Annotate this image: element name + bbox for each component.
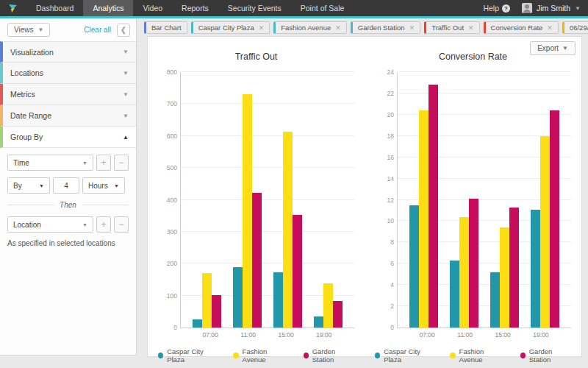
- sidebar-section-date-range[interactable]: Date Range▼: [0, 105, 136, 127]
- charts-card: Export ▼ Traffic Out01002003004005006007…: [147, 36, 582, 357]
- legend-item-garden-station[interactable]: Garden Station: [520, 347, 571, 364]
- bar-caspar-city-plaza[interactable]: [314, 316, 323, 328]
- chip-close-icon[interactable]: ✕: [335, 24, 341, 32]
- chart-legend: Caspar City PlazaFashion AvenueGarden St…: [158, 347, 354, 364]
- chevron-up-icon: ▲: [123, 134, 129, 141]
- legend-label: Garden Station: [529, 347, 571, 364]
- interval-input[interactable]: [53, 177, 79, 194]
- views-label: Views: [14, 26, 34, 34]
- sidebar-section-metrics[interactable]: Metrics▼: [0, 84, 136, 105]
- views-dropdown[interactable]: Views ▼: [7, 23, 50, 37]
- add-group-button[interactable]: +: [96, 155, 111, 171]
- bar-groups: [181, 72, 354, 328]
- bar-garden-station[interactable]: [333, 301, 343, 328]
- x-axis-tick: 15:00: [495, 331, 510, 339]
- charts-container: Traffic Out010020030040050060070080007:0…: [148, 37, 581, 356]
- export-label: Export: [537, 44, 559, 52]
- filter-chip-conversion-rate[interactable]: Conversion Rate✕: [484, 21, 559, 34]
- legend-item-caspar-city-plaza[interactable]: Caspar City Plaza: [158, 347, 217, 364]
- chip-close-icon[interactable]: ✕: [468, 24, 474, 32]
- bar-caspar-city-plaza[interactable]: [531, 210, 540, 328]
- bar-caspar-city-plaza[interactable]: [409, 205, 419, 328]
- user-menu[interactable]: Jim Smith ▼: [522, 3, 581, 13]
- filter-chips-row: Bar ChartCaspar City Plaza✕Fashion Avenu…: [144, 21, 585, 35]
- add-group-button[interactable]: +: [96, 216, 111, 233]
- nav-item-analytics[interactable]: Analytics: [83, 0, 133, 16]
- chip-close-icon[interactable]: ✕: [409, 24, 415, 32]
- bar-fashion-avenue[interactable]: [419, 110, 429, 328]
- remove-group-button[interactable]: −: [114, 155, 129, 171]
- x-axis-tick: 07:00: [420, 331, 435, 339]
- chevron-down-icon: ▼: [114, 183, 119, 188]
- by-select[interactable]: By ▼: [7, 177, 50, 194]
- bar-garden-station[interactable]: [509, 208, 519, 328]
- unit-select[interactable]: Hours ▼: [82, 177, 125, 194]
- clear-all-link[interactable]: Clear all: [84, 26, 111, 34]
- y-axis-tick: 700: [167, 100, 177, 107]
- filter-chip-bar-chart[interactable]: Bar Chart: [144, 21, 187, 34]
- y-axis-tick: 2: [390, 302, 394, 310]
- bar-garden-station[interactable]: [293, 215, 302, 328]
- chip-close-icon[interactable]: ✕: [547, 24, 553, 32]
- bar-garden-station[interactable]: [212, 295, 221, 328]
- sidebar-section-visualization[interactable]: Visualization▼: [0, 41, 136, 63]
- bar-fashion-avenue[interactable]: [243, 94, 252, 328]
- chevron-down-icon: ▼: [123, 70, 129, 77]
- chip-close-icon[interactable]: ✕: [259, 24, 265, 32]
- nav-item-security-events[interactable]: Security Events: [218, 0, 291, 16]
- y-axis-tick: 0: [390, 324, 394, 331]
- bar-fashion-avenue[interactable]: [202, 273, 212, 328]
- bar-fashion-avenue[interactable]: [540, 136, 550, 328]
- legend-item-garden-station[interactable]: Garden Station: [304, 347, 354, 364]
- filter-chip-caspar-city-plaza[interactable]: Caspar City Plaza✕: [191, 21, 270, 34]
- filter-chip-garden-station[interactable]: Garden Station✕: [351, 21, 420, 34]
- legend-label: Fashion Avenue: [243, 347, 287, 364]
- bar-caspar-city-plaza[interactable]: [193, 319, 202, 328]
- bar-fashion-avenue[interactable]: [283, 132, 293, 328]
- nav-items: DashboardAnalyticsVideoReportsSecurity E…: [26, 0, 354, 16]
- y-axis-tick: 16: [387, 154, 394, 161]
- y-axis-tick: 500: [167, 164, 177, 171]
- x-axis-labels: 07:0011:0015:0019:00: [397, 331, 571, 339]
- filter-chip-traffic-out[interactable]: Traffic Out✕: [424, 21, 479, 34]
- help-button[interactable]: Help ?: [483, 4, 510, 13]
- legend-item-fashion-avenue[interactable]: Fashion Avenue: [450, 347, 503, 364]
- bar-garden-station[interactable]: [469, 199, 478, 328]
- group-by-second-select[interactable]: Location ▼: [7, 216, 93, 233]
- group-by-panel: Time ▼ + − By ▼ Hours ▼ Then Location ▼: [0, 148, 136, 254]
- bar-group-19-00: [314, 72, 343, 328]
- bar-fashion-avenue[interactable]: [323, 283, 333, 328]
- chevron-down-icon: ▼: [38, 26, 44, 33]
- legend-dot-icon: [520, 353, 526, 358]
- bar-caspar-city-plaza[interactable]: [233, 267, 243, 328]
- export-button[interactable]: Export ▼: [530, 41, 576, 55]
- legend-dot-icon: [450, 353, 455, 358]
- legend-item-caspar-city-plaza[interactable]: Caspar City Plaza: [375, 347, 434, 364]
- legend-item-fashion-avenue[interactable]: Fashion Avenue: [233, 347, 287, 364]
- legend-label: Caspar City Plaza: [384, 347, 434, 364]
- bar-caspar-city-plaza[interactable]: [490, 272, 500, 328]
- filter-chip-06-29-2021-07-01-2021[interactable]: 06/29/2021 - 07/01/2021: [562, 21, 588, 34]
- group-by-first-select[interactable]: Time ▼: [7, 155, 93, 171]
- nav-item-point-of-sale[interactable]: Point of Sale: [291, 0, 354, 16]
- bar-fashion-avenue[interactable]: [459, 217, 469, 328]
- chart-legend: Caspar City PlazaFashion AvenueGarden St…: [375, 347, 571, 364]
- nav-item-reports[interactable]: Reports: [172, 0, 218, 16]
- bar-garden-station[interactable]: [429, 85, 438, 328]
- section-label: Metrics: [10, 90, 35, 99]
- nav-item-video[interactable]: Video: [133, 0, 172, 16]
- group-by-first-value: Time: [13, 159, 29, 167]
- bar-caspar-city-plaza[interactable]: [273, 272, 283, 328]
- bar-fashion-avenue[interactable]: [500, 227, 509, 328]
- sidebar-section-group-by[interactable]: Group By▲: [0, 127, 136, 148]
- nav-item-dashboard[interactable]: Dashboard: [26, 0, 83, 16]
- x-axis-tick: 19:00: [316, 331, 331, 339]
- collapse-sidebar-button[interactable]: ❮: [117, 24, 130, 37]
- bar-garden-station[interactable]: [252, 193, 262, 328]
- remove-group-button[interactable]: −: [114, 216, 129, 233]
- sidebar-section-locations[interactable]: Locations▼: [0, 63, 136, 84]
- bar-caspar-city-plaza[interactable]: [450, 261, 459, 328]
- bar-garden-station[interactable]: [550, 110, 559, 328]
- x-axis-tick: 15:00: [278, 331, 293, 339]
- filter-chip-fashion-avenue[interactable]: Fashion Avenue✕: [273, 21, 347, 34]
